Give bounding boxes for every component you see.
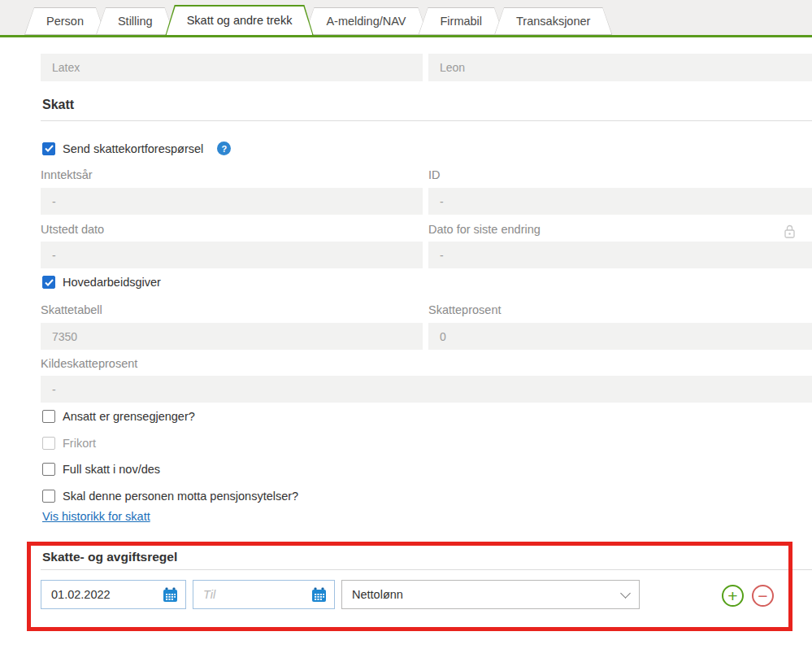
employee-tax-page: Person Stilling Skatt og andre trekk A-m… <box>0 0 812 649</box>
kildeskatteprosent-field: - <box>41 376 812 403</box>
rule-type-select[interactable]: Nettolønn <box>341 580 640 609</box>
skatteprosent-label: Skatteprosent <box>428 303 812 316</box>
tab-label: Stilling <box>118 15 153 28</box>
rule-section-title: Skatte- og avgiftsregel <box>42 550 177 564</box>
utstedt-dato-label: Utstedt dato <box>41 223 423 236</box>
skattetabell-label: Skattetabell <box>41 303 423 316</box>
grensegjenger-label: Ansatt er grensegjenger? <box>63 410 195 423</box>
pensjonsytelser-checkbox[interactable] <box>42 490 55 503</box>
utstedt-dato-field: - <box>41 242 423 268</box>
tab-label: Person <box>46 15 84 28</box>
lock-icon <box>784 224 796 242</box>
tab-label: A-melding/NAV <box>326 15 406 28</box>
pensjonsytelser-checkbox-row[interactable]: Skal denne personen motta pensjonsytelse… <box>42 490 298 503</box>
kildeskatteprosent-label: Kildeskatteprosent <box>41 357 423 370</box>
frikort-label: Frikort <box>63 437 96 450</box>
tab-firmabil[interactable]: Firmabil <box>418 7 504 35</box>
dato-siste-endring-field: - <box>428 242 812 268</box>
inntektsar-label: Inntektsår <box>41 168 423 181</box>
inntektsar-field: - <box>41 188 423 215</box>
last-name-field: Leon <box>428 54 812 81</box>
send-skattekort-checkbox-row[interactable]: Send skattekortforespørsel ? <box>42 142 231 155</box>
pensjonsytelser-label: Skal denne personen motta pensjonsytelse… <box>63 490 298 503</box>
first-name-field: Latex <box>41 54 423 81</box>
send-skattekort-label: Send skattekortforespørsel <box>63 142 203 155</box>
tab-skatt-og-andre-trekk[interactable]: Skatt og andre trekk <box>165 5 315 37</box>
tab-label: Transaksjoner <box>516 15 590 28</box>
remove-rule-button[interactable]: − <box>752 585 774 607</box>
section-divider <box>41 120 812 121</box>
frikort-checkbox <box>42 437 55 450</box>
add-rule-button[interactable]: + <box>722 585 744 607</box>
hovedarbeidsgiver-checkbox-row[interactable]: Hovedarbeidsgiver <box>42 276 161 289</box>
id-label: ID <box>428 168 812 181</box>
full-skatt-label: Full skatt i nov/des <box>63 463 160 476</box>
vis-historikk-link[interactable]: Vis historikk for skatt <box>42 510 150 523</box>
calendar-icon[interactable] <box>310 586 328 603</box>
id-field: - <box>428 188 812 215</box>
grensegjenger-checkbox[interactable] <box>42 410 55 423</box>
dato-siste-endring-label: Dato for siste endring <box>428 223 812 236</box>
send-skattekort-checkbox[interactable] <box>42 142 55 155</box>
tab-bar: Person Stilling Skatt og andre trekk A-m… <box>0 0 812 37</box>
section-divider <box>41 569 812 570</box>
help-icon[interactable]: ? <box>217 142 231 155</box>
hovedarbeidsgiver-label: Hovedarbeidsgiver <box>63 276 161 289</box>
tab-label: Skatt og andre trekk <box>187 14 293 27</box>
checkmark-icon <box>45 145 54 152</box>
skatt-section-title: Skatt <box>42 98 74 112</box>
tab-stilling[interactable]: Stilling <box>96 7 175 35</box>
tab-transaksjoner[interactable]: Transaksjoner <box>494 7 612 35</box>
skattetabell-field: 7350 <box>41 323 423 350</box>
hovedarbeidsgiver-checkbox[interactable] <box>42 276 55 289</box>
tab-a-melding-nav[interactable]: A-melding/NAV <box>304 7 428 35</box>
from-date-input-wrap <box>41 580 186 609</box>
from-date-input[interactable] <box>51 588 162 601</box>
tab-person[interactable]: Person <box>24 7 106 35</box>
skatteprosent-field: 0 <box>428 323 812 350</box>
calendar-icon[interactable] <box>162 586 179 603</box>
chevron-down-icon <box>620 588 631 599</box>
rule-type-value: Nettolønn <box>352 588 403 601</box>
to-date-input[interactable] <box>203 588 310 601</box>
full-skatt-checkbox-row[interactable]: Full skatt i nov/des <box>42 463 160 476</box>
frikort-checkbox-row: Frikort <box>42 437 96 450</box>
full-skatt-checkbox[interactable] <box>42 463 55 476</box>
grensegjenger-checkbox-row[interactable]: Ansatt er grensegjenger? <box>42 410 195 423</box>
to-date-input-wrap <box>193 580 335 609</box>
checkmark-icon <box>45 279 54 286</box>
tab-label: Firmabil <box>440 15 482 28</box>
